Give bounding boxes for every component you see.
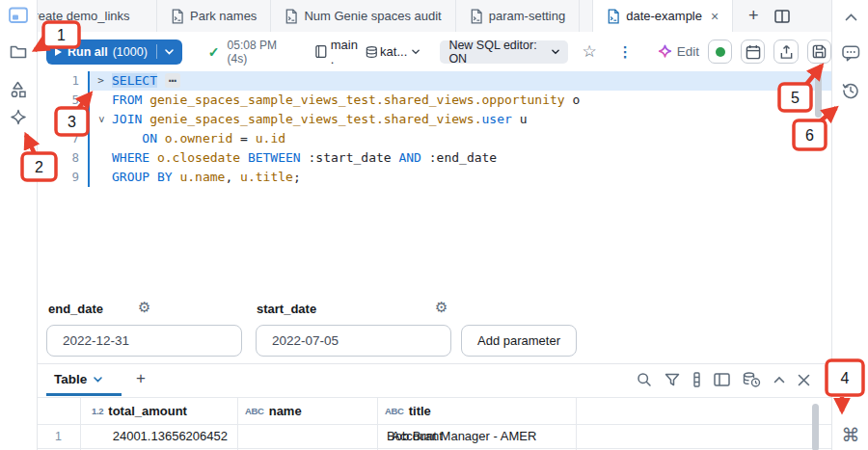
chevron-down-icon: [552, 49, 559, 55]
command-icon: ⌘: [842, 424, 860, 446]
line-number[interactable]: 1: [37, 71, 88, 91]
tab-param-setting[interactable]: param-setting: [456, 0, 580, 32]
comments-icon[interactable]: [840, 42, 861, 64]
chevron-down-icon[interactable]: [165, 49, 174, 55]
sql-code-editor[interactable]: 1>SELECT⋯5FROM genie_spaces_sample_views…: [37, 71, 831, 289]
fold-down-icon[interactable]: >: [92, 109, 111, 131]
new-tab-button[interactable]: +: [739, 0, 768, 32]
gear-icon[interactable]: ⚙: [435, 300, 448, 314]
schedule-button[interactable]: [741, 40, 765, 64]
save-button[interactable]: [807, 40, 831, 64]
split-view-icon[interactable]: [768, 0, 797, 32]
sql-file-icon: [285, 9, 297, 24]
folded-code-ellipsis[interactable]: ⋯: [165, 73, 180, 88]
token: BETWEEN: [248, 150, 301, 165]
param-label-start-date: start_date: [257, 302, 316, 316]
code-line[interactable]: 7 ON o.ownerid = u.id: [37, 129, 831, 148]
code-text: WHERE o.closedate BETWEEN :start_date AN…: [112, 148, 497, 168]
layout-panel-icon[interactable]: [714, 373, 730, 386]
code-line-body: GROUP BY u.name, u.title;: [90, 168, 831, 187]
close-icon[interactable]: ×: [711, 9, 719, 24]
results-scrollbar[interactable]: [812, 404, 819, 450]
token: SELECT: [112, 73, 157, 88]
token: =: [232, 131, 255, 146]
code-lines: 1>SELECT⋯5FROM genie_spaces_sample_views…: [37, 71, 831, 187]
token: ;: [293, 170, 301, 184]
query-parameters-panel: end_date ⚙ start_date ⚙ Add parameter: [37, 289, 831, 363]
close-results-icon[interactable]: [798, 374, 810, 386]
keyboard-shortcuts-button[interactable]: ⌘: [840, 424, 861, 445]
token: [240, 150, 248, 165]
tab-date-example[interactable]: date-example ×: [592, 0, 733, 32]
calendar-icon: [746, 44, 761, 60]
token: ,: [225, 170, 240, 184]
code-line-body: >JOIN genie_spaces_sample_views_test.sha…: [90, 110, 831, 129]
share-button[interactable]: [773, 40, 798, 64]
run-all-button[interactable]: Run all (1000): [46, 40, 182, 65]
add-visualization-button[interactable]: +: [136, 369, 146, 388]
assistant-sparkle-icon[interactable]: [8, 107, 29, 128]
fold-right-icon[interactable]: >: [90, 71, 112, 91]
kebab-menu-icon[interactable]: ⋮: [618, 43, 633, 61]
filter-icon[interactable]: [665, 373, 680, 387]
results-tab-label: Table: [54, 372, 87, 386]
collapse-chevron-icon[interactable]: [773, 376, 785, 384]
results-toolbar: [637, 372, 810, 387]
line-number[interactable]: 9: [37, 168, 88, 187]
column-header-total-amount[interactable]: 1.2 total_amount: [92, 397, 187, 424]
run-all-label: Run all: [68, 45, 108, 59]
token: u.name: [179, 170, 225, 184]
share-upload-icon: [779, 44, 794, 60]
green-status-dot: [716, 47, 725, 57]
add-parameter-button[interactable]: Add parameter: [461, 325, 577, 357]
line-number[interactable]: 5: [37, 91, 88, 110]
run-limit-count: (1000): [113, 45, 148, 59]
column-name: total_amount: [108, 404, 187, 418]
tab-label: date-example: [626, 9, 702, 23]
favorite-star-icon[interactable]: ☆: [582, 43, 596, 60]
code-line[interactable]: 8WHERE o.closedate BETWEEN :start_date A…: [37, 148, 831, 168]
code-line[interactable]: 9GROUP BY u.name, u.title;: [37, 168, 831, 187]
row-height-icon[interactable]: [692, 372, 701, 387]
code-line[interactable]: 6>JOIN genie_spaces_sample_views_test.sh…: [37, 110, 831, 129]
token: u: [512, 112, 528, 126]
new-sql-editor-toggle[interactable]: New SQL editor: ON: [440, 40, 568, 64]
search-icon[interactable]: [637, 372, 652, 387]
line-number[interactable]: 7: [37, 129, 88, 148]
editor-scrollbar[interactable]: [815, 73, 822, 118]
gear-icon[interactable]: ⚙: [138, 300, 150, 314]
tab-create-demo-links[interactable]: create demo_links: [37, 0, 157, 32]
token: ON: [142, 131, 164, 146]
collapse-panel-chevron-icon[interactable]: [840, 7, 861, 28]
folder-icon[interactable]: [8, 40, 29, 62]
token: :start_date: [309, 150, 392, 165]
version-history-icon[interactable]: [840, 80, 861, 101]
workspace-panel-icon[interactable]: [8, 5, 29, 26]
catalog-schema-selector[interactable]: main . kat...: [315, 38, 420, 66]
assistant-edit-button[interactable]: Edit: [658, 44, 699, 59]
code-text: SELECT⋯: [112, 71, 180, 91]
column-header-name[interactable]: ABC name: [245, 397, 302, 424]
data-history-icon[interactable]: [743, 372, 761, 387]
tab-label: param-setting: [489, 9, 565, 23]
editor-toolbar: Run all (1000) ✓ 05:08 PM (4s) main . ka…: [37, 32, 831, 71]
tab-num-genie-spaces-audit[interactable]: Num Genie spaces audit: [271, 0, 455, 32]
line-number[interactable]: 8: [37, 148, 88, 168]
schema-name: kat...: [380, 44, 407, 59]
column-header-title[interactable]: ABC title: [385, 397, 431, 424]
sparkle-gradient-icon: [658, 44, 672, 59]
sql-file-icon: [607, 9, 619, 24]
code-line[interactable]: 5FROM genie_spaces_sample_views_test.sha…: [37, 91, 831, 110]
tab-park-names[interactable]: Park names: [157, 0, 271, 32]
code-line[interactable]: 1>SELECT⋯: [37, 71, 831, 91]
line-number[interactable]: 6: [37, 110, 88, 129]
code-text: FROM genie_spaces_sample_views_test.shar…: [112, 91, 580, 110]
table-row: 1 24001.13656206452 Bob Brant Account Ma…: [37, 425, 831, 449]
results-tab-table[interactable]: Table: [54, 372, 102, 386]
shapes-icon[interactable]: [8, 79, 29, 100]
end-date-input[interactable]: [46, 325, 242, 357]
success-check-icon: ✓: [208, 44, 220, 60]
start-date-input[interactable]: [256, 325, 451, 357]
table-header-row: 1.2 total_amount ABC name ABC title: [37, 397, 831, 425]
warehouse-status-button[interactable]: [708, 40, 732, 64]
